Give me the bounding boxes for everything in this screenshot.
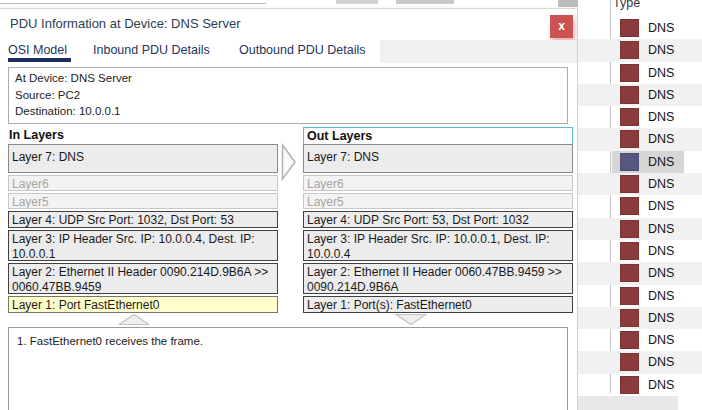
active-tab-underline bbox=[8, 58, 71, 62]
event-list-row[interactable]: DNS bbox=[578, 195, 702, 217]
event-color-square-icon bbox=[620, 376, 639, 394]
event-type-label: DNS bbox=[648, 285, 674, 307]
event-type-label: DNS bbox=[648, 17, 674, 39]
event-color-square-icon bbox=[620, 309, 639, 327]
event-description-box: 1. FastEthernet0 receives the frame. bbox=[8, 327, 568, 410]
event-color-square-icon bbox=[620, 64, 639, 82]
event-color-square-icon bbox=[620, 153, 639, 171]
osi-layer-row[interactable]: Layer 3: IP Header Src. IP: 10.0.0.1, De… bbox=[303, 230, 573, 261]
close-button[interactable]: x bbox=[550, 15, 573, 38]
osi-layer-row[interactable]: Layer 7: DNS bbox=[8, 144, 278, 173]
type-column-header: Type bbox=[613, 0, 640, 10]
destination-text: Destination: 10.0.0.1 bbox=[15, 103, 561, 120]
osi-layer-row[interactable]: Layer 2: Ethernet II Header 0060.47BB.94… bbox=[303, 263, 573, 294]
event-color-square-icon bbox=[620, 331, 639, 349]
event-list-row[interactable]: DNS bbox=[578, 173, 702, 195]
event-color-square-icon bbox=[620, 19, 639, 37]
event-type-label: DNS bbox=[648, 329, 674, 351]
event-list-row[interactable]: DNS bbox=[578, 106, 702, 128]
event-color-square-icon bbox=[620, 86, 639, 104]
event-color-square-icon bbox=[620, 41, 639, 59]
event-rows: DNS DNS DNS DNS DNS DNS DNS DNS DNS DNS … bbox=[578, 17, 702, 396]
event-list-row[interactable]: DNS bbox=[578, 151, 702, 173]
event-list-row[interactable]: DNS bbox=[578, 84, 702, 106]
pdu-information-dialog: PDU Information at Device: DNS Server x … bbox=[0, 8, 578, 410]
event-type-label: DNS bbox=[648, 218, 674, 240]
event-color-square-icon bbox=[620, 108, 639, 126]
event-type-label: DNS bbox=[648, 106, 674, 128]
event-type-label: DNS bbox=[648, 351, 674, 373]
event-color-square-icon bbox=[620, 287, 639, 305]
event-list-scrollbar[interactable] bbox=[578, 396, 678, 410]
event-color-square-icon bbox=[620, 264, 639, 282]
event-type-label: DNS bbox=[648, 62, 674, 84]
event-type-label: DNS bbox=[648, 84, 674, 106]
event-type-label: DNS bbox=[648, 151, 674, 173]
osi-layer-row[interactable]: Layer6 bbox=[303, 175, 573, 191]
background-divider-line bbox=[0, 3, 266, 4]
osi-layer-row[interactable]: Layer 4: UDP Src Port: 1032, Dst Port: 5… bbox=[8, 211, 278, 228]
osi-layer-row[interactable]: Layer 1: Port FastEthernet0 bbox=[8, 296, 278, 313]
event-color-square-icon bbox=[620, 353, 639, 371]
event-list-panel: Type DNS DNS DNS DNS DNS DNS DNS DNS DNS… bbox=[578, 0, 702, 410]
in-layers-column: Layer 7: DNSLayer6Layer5Layer 4: UDP Src… bbox=[8, 144, 278, 315]
event-color-square-icon bbox=[620, 197, 639, 215]
in-layers-heading: In Layers bbox=[9, 128, 64, 142]
event-color-square-icon bbox=[620, 130, 639, 148]
tab-outbound-pdu-details[interactable]: Outbound PDU Details bbox=[239, 43, 365, 57]
event-list-row[interactable]: DNS bbox=[578, 39, 702, 61]
arrow-right-icon bbox=[281, 143, 298, 181]
event-type-label: DNS bbox=[648, 173, 674, 195]
event-list-row[interactable]: DNS bbox=[578, 218, 702, 240]
osi-layer-row[interactable]: Layer 3: IP Header Src. IP: 10.0.0.4, De… bbox=[8, 230, 278, 261]
event-list-row[interactable]: DNS bbox=[578, 374, 702, 396]
event-type-label: DNS bbox=[648, 240, 674, 262]
at-device-text: At Device: DNS Server bbox=[15, 70, 561, 87]
event-list-row[interactable]: DNS bbox=[578, 307, 702, 329]
osi-layer-row[interactable]: Layer 2: Ethernet II Header 0090.214D.9B… bbox=[8, 263, 278, 294]
event-type-label: DNS bbox=[648, 307, 674, 329]
osi-layer-row[interactable]: Layer 7: DNS bbox=[303, 144, 573, 173]
event-type-label: DNS bbox=[648, 128, 674, 150]
event-color-square-icon bbox=[620, 175, 639, 193]
event-type-label: DNS bbox=[648, 374, 674, 396]
background-text-remnant bbox=[336, 0, 378, 4]
event-list-row[interactable]: DNS bbox=[578, 329, 702, 351]
tab-osi-model[interactable]: OSI Model bbox=[8, 43, 67, 57]
event-color-square-icon bbox=[620, 242, 639, 260]
background-text-remnant bbox=[396, 0, 454, 4]
event-list-row[interactable]: DNS bbox=[578, 128, 702, 150]
event-list-row[interactable]: DNS bbox=[578, 17, 702, 39]
osi-layer-row[interactable]: Layer5 bbox=[8, 193, 278, 209]
tab-bar-filler bbox=[380, 40, 578, 63]
tab-inbound-pdu-details[interactable]: Inbound PDU Details bbox=[93, 43, 210, 57]
out-layers-column: Layer 7: DNSLayer6Layer5Layer 4: UDP Src… bbox=[303, 144, 573, 315]
osi-layer-row[interactable]: Layer5 bbox=[303, 193, 573, 209]
chevron-down-icon bbox=[395, 313, 427, 326]
event-list-row[interactable]: DNS bbox=[578, 240, 702, 262]
event-list-row[interactable]: DNS bbox=[578, 262, 702, 284]
event-type-label: DNS bbox=[648, 39, 674, 61]
event-type-label: DNS bbox=[648, 195, 674, 217]
dialog-title: PDU Information at Device: DNS Server bbox=[10, 16, 240, 31]
osi-layer-row[interactable]: Layer6 bbox=[8, 175, 278, 191]
osi-layer-row[interactable]: Layer 1: Port(s): FastEthernet0 bbox=[303, 296, 573, 313]
event-type-label: DNS bbox=[648, 262, 674, 284]
osi-layer-row[interactable]: Layer 4: UDP Src Port: 53, Dst Port: 103… bbox=[303, 211, 573, 228]
source-text: Source: PC2 bbox=[15, 87, 561, 104]
event-list-row[interactable]: DNS bbox=[578, 62, 702, 84]
event-color-square-icon bbox=[620, 220, 639, 238]
device-info-box: At Device: DNS Server Source: PC2 Destin… bbox=[8, 67, 568, 124]
event-list-row[interactable]: DNS bbox=[578, 351, 702, 373]
event-list-row[interactable]: DNS bbox=[578, 285, 702, 307]
chevron-up-icon bbox=[118, 313, 150, 326]
event-description-text: 1. FastEthernet0 receives the frame. bbox=[17, 335, 559, 347]
